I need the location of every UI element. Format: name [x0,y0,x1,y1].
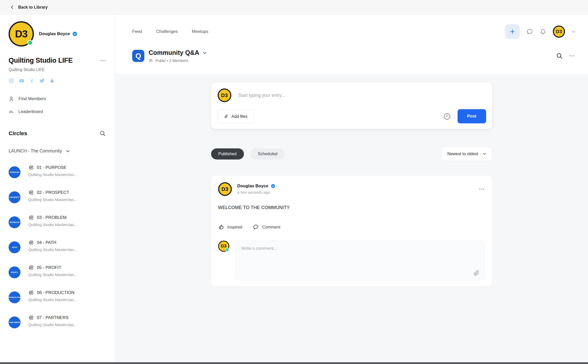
store-icon[interactable] [50,78,55,83]
circle-subtitle: Quilting Studio Masterclas... [28,247,77,252]
attach-file-icon[interactable] [473,270,480,277]
community-name: Community Q&A [149,49,199,56]
user-avatar[interactable]: D3 [9,21,34,47]
comment-input[interactable]: Write a comment... [235,241,485,280]
circle-item[interactable]: PARTNERS 07 - PARTNERS Quilting Studio M… [9,315,106,328]
comment-button[interactable]: Comment [253,224,280,230]
circle-title: 07 - PARTNERS [37,315,69,320]
post-author-avatar[interactable]: D3 [218,182,232,196]
community-title-toggle[interactable]: Community Q&A [149,49,207,56]
online-status-dot [27,40,33,46]
circles-group-toggle[interactable]: LAUNCH - The Community [9,148,106,154]
account-menu-chevron-icon[interactable] [572,30,575,34]
user-avatar-initials: D3 [15,28,27,40]
filter-published[interactable]: Published [211,148,244,160]
posts-icon [28,165,34,170]
social-links-row [9,78,106,83]
post-content: WELCOME TO THE COMMUNITY [218,205,485,210]
twitter-icon[interactable] [39,78,45,83]
add-files-label: Add files [232,114,247,119]
sidebar-item-label: Leaderboard [18,109,43,114]
notifications-button[interactable] [540,28,546,35]
top-bar: Back to Library [0,0,588,15]
sidebar-item-find-members[interactable]: Find Members [9,96,106,102]
youtube-icon[interactable] [19,78,25,83]
account-avatar-initials: D3 [556,29,562,34]
back-to-library-link[interactable]: Back to Library [10,5,48,10]
community-meta: Public • 2 Members [149,58,207,63]
community-menu-button[interactable] [569,55,574,56]
main-header: Feed Challenges Meetups D3 [115,15,588,75]
posts-icon [28,240,34,245]
filter-scheduled[interactable]: Scheduled [250,148,285,160]
circle-item[interactable]: PROFIT 05 - PROFIT Quilting Studio Maste… [9,265,106,278]
schedule-post-button[interactable] [443,112,451,120]
sort-dropdown-value: Newest to oldest [447,151,478,156]
sidebar-community-subtitle: Quilting Studio LIFE [9,67,106,72]
tab-feed[interactable]: Feed [132,29,142,34]
circle-title: 03 - PROBLEM [37,215,66,220]
circle-subtitle: Quilting Studio Masterclas... [28,197,77,202]
sidebar: D3 Douglas Boyce Quilting Studio LIFE Qu… [0,15,115,362]
sort-dropdown[interactable]: Newest to oldest [442,147,492,161]
posts-icon [28,215,34,220]
circle-badge: PROBLEM [9,216,20,228]
verified-badge-icon [72,31,77,36]
post-menu-button[interactable] [479,189,484,190]
chat-button[interactable] [526,28,533,35]
thumbs-up-icon [218,224,224,230]
inspired-button[interactable]: Inspired [218,224,242,230]
back-to-library-label: Back to Library [18,5,48,10]
profile-row: D3 Douglas Boyce [9,21,106,47]
composer-input[interactable]: Start typing your entry... [238,93,285,98]
tab-challenges[interactable]: Challenges [156,29,178,34]
post-button[interactable]: Post [458,109,486,123]
bottom-edge [0,362,588,364]
chevron-down-icon [202,51,207,55]
post-author-name[interactable]: Douglas Boyce [237,184,268,189]
facebook-icon[interactable] [29,78,34,83]
search-icon [556,53,563,59]
posts-icon [28,190,34,195]
inspired-label: Inspired [228,225,242,230]
sidebar-item-label: Find Members [18,96,46,101]
circle-subtitle: Quilting Studio Masterclas... [28,298,77,302]
posts-icon [28,315,34,320]
clock-icon [443,112,451,120]
tab-meetups[interactable]: Meetups [192,29,208,34]
circle-item[interactable]: PRODUCTION 06 - PRODUCTION Quilting Stud… [9,290,106,303]
account-avatar[interactable]: D3 [553,26,565,38]
chevron-left-icon [10,5,14,9]
sidebar-nav: Find Members Leaderboard [9,96,106,115]
circle-badge: PURPOSE [9,166,20,178]
comment-avatar: D3 [218,241,229,252]
circle-title: 06 - PRODUCTION [37,290,74,295]
comment-icon [253,224,259,230]
posts-icon [28,290,34,295]
composer-avatar: D3 [218,88,231,102]
circle-item[interactable]: PURPOSE 01 - PURPOSE Quilting Studio Mas… [9,165,106,178]
comment-label: Comment [262,225,280,230]
post-composer: D3 Start typing your entry... Add files … [211,82,492,129]
main-area: Feed Challenges Meetups D3 [115,15,588,362]
post-card: D3 Douglas Boyce a few seconds ago WELCO… [211,176,492,286]
circles-search-button[interactable] [100,130,106,136]
circle-list: PURPOSE 01 - PURPOSE Quilting Studio Mas… [9,165,106,328]
comment-placeholder: Write a comment... [241,246,277,251]
chat-icon [526,28,533,35]
sidebar-item-leaderboard[interactable]: Leaderboard [9,109,106,115]
circle-item[interactable]: PROBLEM 03 - PROBLEM Quilting Studio Mas… [9,215,106,228]
post-timestamp: a few seconds ago [237,190,276,195]
circles-heading: Circles [9,130,27,137]
members-icon [149,58,153,63]
create-button[interactable] [505,24,520,39]
circle-badge: PATH [9,241,20,253]
community-options-button[interactable] [101,60,106,61]
add-files-button[interactable]: Add files [218,109,254,123]
instagram-icon[interactable] [9,78,14,83]
online-status-dot [225,248,229,252]
circle-item[interactable]: PATH 04 - PATH Quilting Studio Mastercla… [9,240,106,253]
community-search-button[interactable] [556,53,563,59]
chevron-down-icon [66,149,70,153]
circle-item[interactable]: PROSPECT 02 - PROSPECT Quilting Studio M… [9,190,106,203]
